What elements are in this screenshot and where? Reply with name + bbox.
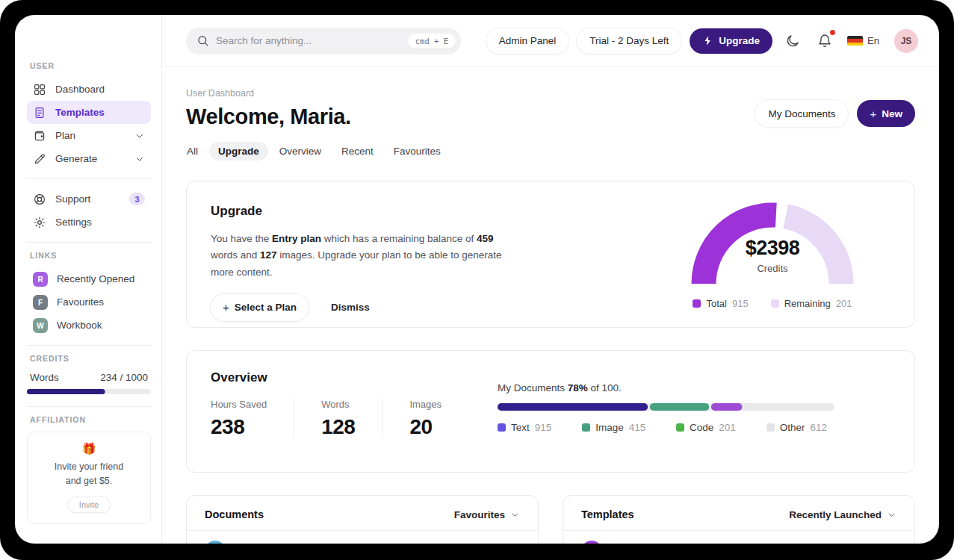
legend-image: Image 415 — [582, 422, 645, 433]
workbook-swatch: W — [33, 318, 48, 333]
credits-row: Words 234 / 1000 — [27, 370, 151, 389]
language-label: En — [867, 35, 879, 46]
sidebar-item-dashboard[interactable]: Dashboard — [27, 78, 151, 101]
documents-filter-label: Favourites — [454, 509, 505, 520]
sidebar-item-settings[interactable]: Settings — [27, 211, 151, 234]
invite-button[interactable]: Invite — [67, 497, 111, 513]
sidebar-item-generate[interactable]: Generate — [27, 147, 151, 170]
tab-all[interactable]: All — [178, 142, 207, 161]
legend-other: Other 612 — [766, 422, 827, 433]
documents-progress-label: My Documents 78% of 100. — [498, 382, 834, 393]
germany-flag-icon — [847, 36, 863, 46]
affiliation-text: Invite your friend and get $5. — [35, 460, 143, 488]
admin-panel-button[interactable]: Admin Panel — [486, 28, 569, 54]
body-text: which has a remaining balance of — [321, 233, 477, 244]
recently-opened-swatch: R — [33, 272, 48, 287]
search-bar[interactable]: cmd + E — [186, 28, 461, 55]
sidebar-link-recently-opened[interactable]: R Recently Opened — [27, 267, 151, 290]
plan-name: Entry plan — [272, 233, 321, 244]
legend-label: Text — [511, 422, 530, 433]
documents-progress-block: My Documents 78% of 100. Text 915 — [498, 382, 834, 433]
sidebar-item-templates[interactable]: Templates — [27, 101, 151, 124]
gauge-center: $2398 Credits — [690, 237, 855, 274]
notifications-button[interactable] — [815, 31, 834, 51]
app-window: USER Dashboard Templates Plan Generate S… — [15, 15, 939, 544]
legend-swatch — [582, 423, 590, 432]
tab-upgrade[interactable]: Upgrade — [209, 142, 268, 161]
templates-card-title: Templates — [581, 508, 634, 520]
my-documents-button[interactable]: My Documents — [755, 100, 848, 127]
affiliation-line2: and get $5. — [66, 476, 113, 486]
sidebar-item-label: Generate — [55, 153, 97, 164]
stacked-bar-legend: Text 915 Image 415 Code 201 — [498, 422, 834, 433]
dismiss-button[interactable]: Dismiss — [331, 302, 370, 313]
progress-text: My Documents — [498, 382, 568, 393]
templates-card: Templates Recently Launched Blog Post Ti… — [563, 495, 915, 544]
sidebar-link-favourites[interactable]: F Favourites — [27, 290, 151, 314]
stat-label: Words — [321, 399, 355, 410]
credits-label: Credits — [690, 263, 855, 274]
new-button-label: New — [882, 108, 902, 119]
header-actions: My Documents + New — [755, 100, 915, 127]
new-button[interactable]: + New — [857, 100, 915, 127]
legend-value: 915 — [535, 422, 552, 433]
sidebar-item-plan[interactable]: Plan — [27, 124, 151, 147]
user-avatar[interactable]: JS — [894, 29, 918, 53]
upgrade-button[interactable]: Upgrade — [690, 28, 772, 54]
body-text: You have the — [211, 233, 272, 244]
language-selector[interactable]: En — [847, 31, 879, 51]
legend-value: 415 — [629, 422, 646, 433]
templates-card-header: Templates Recently Launched — [563, 496, 914, 530]
search-shortcut-badge: cmd + E — [408, 34, 456, 49]
legend-text: Text 915 — [498, 422, 551, 433]
search-input[interactable] — [216, 35, 401, 46]
document-list-item[interactable]: Untitled Document in Workbook — [187, 531, 538, 544]
stat-label: Images — [409, 399, 442, 410]
svg-text:F: F — [38, 299, 43, 307]
svg-text:R: R — [37, 276, 43, 284]
stat-value: 128 — [321, 415, 355, 439]
bottom-cards-row: Documents Favourites Untitled Document i… — [186, 495, 915, 544]
stat-words: Words 128 — [294, 399, 382, 439]
sidebar-divider — [27, 406, 152, 407]
upgrade-card-left: Upgrade You have the Entry plan which ha… — [211, 204, 511, 321]
breadcrumb: User Dashboard — [186, 88, 915, 99]
stat-label: Hours Saved — [211, 399, 267, 410]
stat-images: Images 20 — [382, 399, 468, 439]
template-list-item[interactable]: Blog Post Title in Workbook — [563, 531, 914, 544]
plus-icon: + — [223, 301, 229, 314]
window-frame: USER Dashboard Templates Plan Generate S… — [0, 0, 954, 560]
templates-filter-dropdown[interactable]: Recently Launched — [789, 509, 896, 520]
overview-card: Overview Hours Saved 238 Words 128 Image… — [186, 350, 915, 473]
tab-overview[interactable]: Overview — [270, 142, 330, 161]
sidebar-link-workbook[interactable]: W Workbook — [27, 314, 151, 337]
documents-filter-dropdown[interactable]: Favourites — [454, 509, 520, 520]
stat-value: 238 — [211, 415, 267, 439]
sidebar-item-label: Support — [55, 193, 90, 205]
legend-swatch — [498, 423, 506, 432]
trial-status-badge[interactable]: Trial - 2 Days Left — [577, 28, 681, 54]
select-plan-button[interactable]: + Select a Plan — [211, 294, 309, 321]
images-balance: 127 — [260, 249, 277, 261]
sidebar-item-label: Templates — [55, 107, 105, 118]
tab-favourites[interactable]: Favourites — [385, 142, 450, 161]
tab-recent[interactable]: Recent — [332, 142, 382, 161]
credits-gauge: $2398 Credits Total 915 Remaining — [678, 201, 867, 309]
legend-label: Total — [706, 298, 726, 309]
documents-card: Documents Favourites Untitled Document i… — [186, 495, 539, 544]
sidebar-link-label: Recently Opened — [57, 273, 134, 284]
dark-mode-toggle[interactable] — [783, 31, 802, 51]
filter-tabs: All Upgrade Overview Recent Favourites — [178, 142, 915, 161]
sidebar-item-support[interactable]: Support 3 — [27, 187, 151, 211]
stat-hours-saved: Hours Saved 238 — [211, 399, 294, 439]
progress-percent: 78% — [568, 382, 588, 393]
bell-icon — [817, 34, 832, 49]
upgrade-card-body: You have the Entry plan which has a rema… — [211, 231, 511, 281]
grid-icon — [33, 83, 46, 96]
gauge-chart: $2398 Credits — [690, 201, 855, 289]
sidebar-section-credits: CREDITS — [30, 354, 151, 363]
legend-label: Code — [690, 422, 713, 433]
legend-value: 201 — [836, 298, 852, 309]
words-balance: 459 — [477, 233, 494, 244]
main-area: cmd + E Admin Panel Trial - 2 Days Left … — [162, 15, 939, 544]
